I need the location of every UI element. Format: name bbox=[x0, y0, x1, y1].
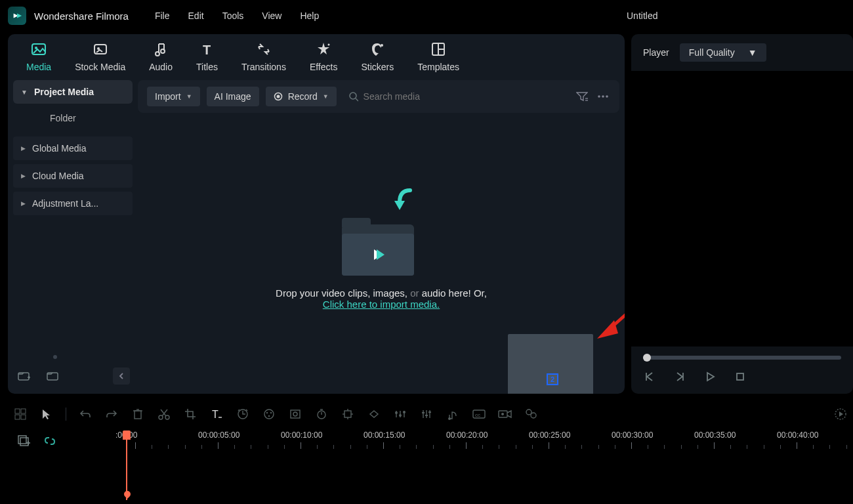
folder-icon[interactable] bbox=[45, 368, 62, 385]
media-toolbar: Import▼ AI Image Record▼ bbox=[138, 80, 619, 113]
svg-rect-36 bbox=[15, 409, 20, 413]
tab-templates[interactable]: Templates bbox=[417, 41, 459, 72]
stop-button[interactable] bbox=[734, 370, 747, 383]
svg-point-20 bbox=[276, 95, 280, 98]
player-stage[interactable] bbox=[631, 71, 853, 346]
svg-rect-37 bbox=[21, 409, 26, 413]
record-label: Record bbox=[288, 91, 318, 102]
color-icon[interactable] bbox=[262, 407, 276, 421]
svg-rect-75 bbox=[425, 415, 428, 416]
menu-help[interactable]: Help bbox=[300, 10, 319, 21]
drop-text: Drop your video clips, images, or audio … bbox=[276, 287, 487, 310]
svg-rect-74 bbox=[422, 412, 425, 413]
time-label: 00:00:25:00 bbox=[529, 430, 570, 440]
tab-titles[interactable]: TTitles bbox=[196, 41, 218, 72]
delete-icon[interactable] bbox=[131, 407, 145, 421]
filter-icon[interactable] bbox=[575, 89, 589, 104]
sidebar-item-adjustment-la-[interactable]: ▶Adjustment La... bbox=[13, 192, 133, 215]
tab-stickers[interactable]: Stickers bbox=[361, 41, 394, 72]
tab-label: Transitions bbox=[241, 62, 286, 72]
project-media-label: Project Media bbox=[34, 87, 94, 97]
group-icon[interactable] bbox=[524, 407, 539, 421]
sidebar-folder-label[interactable]: Folder bbox=[13, 104, 133, 133]
svg-rect-87 bbox=[20, 438, 28, 446]
timeline-track-area[interactable] bbox=[8, 461, 853, 499]
record-button[interactable]: Record▼ bbox=[266, 87, 337, 106]
sidebar-item-global-media[interactable]: ▶Global Media bbox=[13, 136, 133, 160]
next-frame-button[interactable] bbox=[673, 370, 686, 383]
link-icon[interactable] bbox=[43, 434, 58, 449]
new-folder-icon[interactable] bbox=[16, 368, 33, 385]
transform-icon[interactable] bbox=[341, 407, 355, 421]
player-label: Player bbox=[643, 47, 669, 58]
tab-transitions[interactable]: Transitions bbox=[241, 41, 286, 72]
svg-marker-29 bbox=[377, 249, 385, 260]
folder-graphic bbox=[335, 210, 427, 276]
more-icon[interactable] bbox=[596, 89, 610, 104]
player-slider[interactable] bbox=[631, 346, 853, 364]
svg-rect-4 bbox=[94, 45, 106, 54]
import-button[interactable]: Import▼ bbox=[147, 87, 200, 106]
add-track-icon[interactable] bbox=[17, 434, 31, 449]
time-label: 00:00:20:00 bbox=[446, 430, 488, 440]
menu-view[interactable]: View bbox=[262, 10, 281, 21]
collapse-sidebar-button[interactable] bbox=[113, 368, 130, 385]
speed-icon[interactable] bbox=[236, 407, 250, 421]
svg-point-83 bbox=[531, 413, 536, 418]
drop-text-a: Drop your video clips, images, bbox=[276, 287, 410, 299]
audio-mixer-icon[interactable] bbox=[419, 407, 434, 421]
player-quality-dropdown[interactable]: Full Quality▼ bbox=[680, 43, 766, 62]
svg-point-52 bbox=[270, 412, 272, 413]
import-label: Import bbox=[155, 91, 181, 102]
transitions-icon bbox=[255, 41, 272, 58]
search-input[interactable] bbox=[364, 91, 568, 102]
tab-label: Titles bbox=[196, 62, 218, 72]
svg-marker-64 bbox=[370, 411, 378, 417]
project-media-dropdown[interactable]: ▼ Project Media bbox=[13, 80, 133, 104]
dot-indicator-icon bbox=[52, 354, 58, 360]
record-timeline-icon[interactable] bbox=[498, 407, 512, 421]
split-icon[interactable] bbox=[157, 407, 171, 421]
crop-icon[interactable] bbox=[183, 407, 198, 421]
keyframe-icon[interactable] bbox=[367, 407, 381, 421]
menu-edit[interactable]: Edit bbox=[188, 10, 204, 21]
sidebar-item-label: Cloud Media bbox=[32, 171, 84, 181]
tab-media[interactable]: Media bbox=[26, 41, 51, 72]
redo-icon[interactable] bbox=[104, 407, 119, 421]
svg-rect-86 bbox=[18, 436, 26, 444]
timeline-toolbar: T cc bbox=[8, 398, 853, 430]
tab-stock-media[interactable]: Stock Media bbox=[75, 41, 125, 72]
cursor-icon[interactable] bbox=[39, 407, 54, 421]
prev-frame-button[interactable] bbox=[643, 370, 656, 383]
timer-icon[interactable] bbox=[314, 407, 329, 421]
sidebar-item-cloud-media[interactable]: ▶Cloud Media bbox=[13, 164, 133, 188]
tab-audio[interactable]: Audio bbox=[149, 41, 173, 72]
play-button[interactable] bbox=[703, 370, 717, 383]
svg-point-25 bbox=[598, 95, 600, 98]
svg-point-26 bbox=[602, 95, 604, 98]
import-media-link[interactable]: Click here to import media. bbox=[323, 299, 440, 310]
subtitle-icon[interactable]: cc bbox=[472, 407, 486, 421]
mask-icon[interactable] bbox=[288, 407, 302, 421]
tab-effects[interactable]: Effects bbox=[310, 41, 338, 72]
svg-text:cc: cc bbox=[475, 412, 480, 418]
svg-rect-59 bbox=[344, 411, 351, 417]
audio-icon[interactable] bbox=[446, 407, 460, 421]
render-icon[interactable] bbox=[833, 407, 848, 421]
svg-point-51 bbox=[266, 412, 268, 413]
menu-file[interactable]: File bbox=[155, 10, 170, 21]
menu-tools[interactable]: Tools bbox=[222, 10, 244, 21]
svg-point-21 bbox=[350, 93, 356, 99]
ai-image-button[interactable]: AI Image bbox=[207, 87, 259, 106]
svg-rect-35 bbox=[737, 373, 743, 380]
undo-icon[interactable] bbox=[78, 407, 93, 421]
chevron-down-icon: ▼ bbox=[21, 89, 28, 96]
stock-icon bbox=[92, 41, 109, 58]
app-name: Wondershare Filmora bbox=[34, 10, 129, 22]
svg-marker-30 bbox=[394, 201, 405, 210]
adjust-icon[interactable] bbox=[393, 407, 407, 421]
layout-icon[interactable] bbox=[13, 407, 28, 421]
timeline-ruler[interactable]: :00:0000:00:05:0000:00:10:0000:00:15:000… bbox=[106, 430, 853, 461]
audio-icon bbox=[152, 41, 169, 58]
text-icon[interactable]: T bbox=[209, 407, 224, 421]
